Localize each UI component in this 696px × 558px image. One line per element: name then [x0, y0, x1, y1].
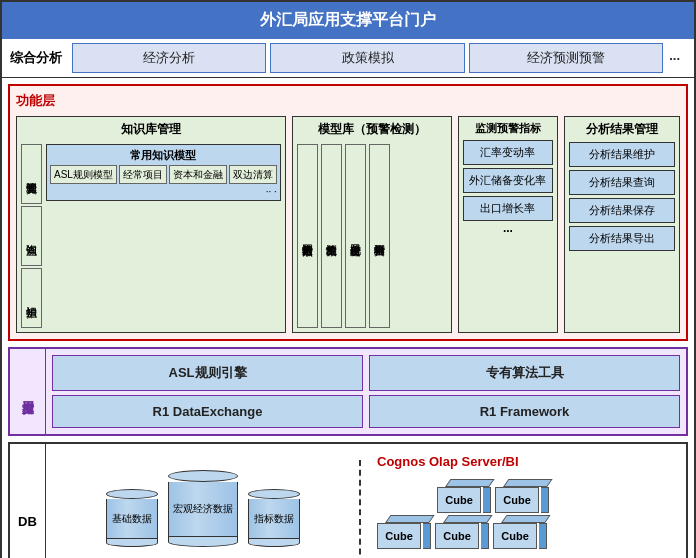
cyl-big-bottom [168, 537, 238, 547]
kb-item-0[interactable]: 知识分类管理 [21, 144, 42, 204]
analysis-item-0[interactable]: 分析结果维护 [569, 142, 675, 167]
analysis-block: 分析结果管理 分析结果维护 分析结果查询 分析结果保存 分析结果导出 [564, 116, 680, 333]
kb-right-item-2[interactable]: 资本和金融 [169, 165, 227, 184]
app-row-2: R1 DataExchange R1 Framework [52, 395, 680, 428]
nav-item-policy[interactable]: 政策模拟 [270, 43, 464, 73]
monitor-item-2[interactable]: 出口增长率 [463, 196, 553, 221]
monitor-dots: ··· [463, 224, 553, 238]
kb-right: 常用知识模型 ASL规则模型 经常项目 资本和金融 双边清算 ·· · [46, 144, 281, 201]
monitor-items: 汇率变动率 外汇储备变化率 出口增长率 ··· [463, 140, 553, 328]
nav-item-economics[interactable]: 经济分析 [72, 43, 266, 73]
db-label-col: DB [10, 444, 46, 558]
kb-item-1[interactable]: 知识查询 [21, 206, 42, 266]
kb-right-title: 常用知识模型 [130, 148, 196, 163]
cube-label2: Cube [495, 487, 539, 513]
analysis-item-2[interactable]: 分析结果保存 [569, 198, 675, 223]
cube-bot-2: Cube [435, 551, 489, 558]
db-label-text: DB [18, 514, 37, 529]
cylinder-1: 基础数据 [106, 489, 158, 547]
header: 外汇局应用支撑平台门户 [2, 2, 694, 39]
cyl1-bottom [106, 539, 158, 547]
kb-title: 知识库管理 [21, 121, 281, 138]
kb-left: 知识分类管理 知识查询 知识维护 [21, 144, 42, 328]
analysis-title: 分析结果管理 [569, 121, 675, 138]
nav-label: 综合分析 [10, 49, 62, 67]
kb-dots: ·· · [266, 186, 277, 197]
model-item-3[interactable]: 增幅聚类分析 [369, 144, 390, 328]
cube-label4: Cube [435, 523, 479, 549]
monitor-item-0[interactable]: 汇率变动率 [463, 140, 553, 165]
cognos-title: Cognos Olap Server/BI [377, 454, 519, 469]
kb-inner: 知识分类管理 知识查询 知识维护 常用知识模型 ASL规则模型 经常项目 资本和… [21, 144, 281, 328]
kb-right-item-0[interactable]: ASL规则模型 [50, 165, 117, 184]
cube-mid-1: Cube [377, 515, 431, 555]
cyl1-body: 基础数据 [106, 499, 158, 539]
cylinder-2: 指标数据 [248, 489, 300, 547]
model-item-2[interactable]: 进出口差变化分析 [345, 144, 366, 328]
db-right: Cognos Olap Server/BI Cube [361, 444, 686, 558]
model-item-0[interactable]: 结售汇特点因素分析 [297, 144, 318, 328]
cube-top-1: Cube [437, 479, 491, 519]
kb-block: 知识库管理 知识分类管理 知识查询 知识维护 常用知识模型 ASL规则模型 经常… [16, 116, 286, 333]
monitor-item-1[interactable]: 外汇储备变化率 [463, 168, 553, 193]
app-label-col: 应用支撑平台 [10, 349, 46, 434]
cylinder-group: 基础数据 宏观经济数据 [106, 470, 300, 547]
app-box-algo[interactable]: 专有算法工具 [369, 355, 680, 391]
cyl-big-label: 宏观经济数据 [173, 502, 233, 515]
cyl-big-top [168, 470, 238, 482]
cyl2-top [248, 489, 300, 499]
header-title: 外汇局应用支撑平台门户 [260, 11, 436, 28]
monitor-title: 监测预警指标 [463, 121, 553, 136]
analysis-item-3[interactable]: 分析结果导出 [569, 226, 675, 251]
db-content: 基础数据 宏观经济数据 [46, 444, 686, 558]
model-item-1[interactable]: 汇率相关性分析 [321, 144, 342, 328]
nav-item-forecast[interactable]: 经济预测预警 [469, 43, 663, 73]
nav-dots[interactable]: ··· [663, 46, 686, 71]
analysis-items: 分析结果维护 分析结果查询 分析结果保存 分析结果导出 [569, 142, 675, 251]
app-section: 应用支撑平台 ASL规则引擎 专有算法工具 R1 DataExchange R1… [8, 347, 688, 436]
cyl-big-body: 宏观经济数据 [168, 482, 238, 537]
app-box-framework[interactable]: R1 Framework [369, 395, 680, 428]
app-box-dataexchange[interactable]: R1 DataExchange [52, 395, 363, 428]
cube-label3: Cube [377, 523, 421, 549]
cube-container: Cube Cube [377, 479, 557, 558]
cyl1-top [106, 489, 158, 499]
cyl2-label: 指标数据 [254, 512, 294, 525]
main-wrapper: 外汇局应用支撑平台门户 综合分析 经济分析 政策模拟 经济预测预警 ··· 功能… [0, 0, 696, 558]
analysis-item-1[interactable]: 分析结果查询 [569, 170, 675, 195]
cube-mid-2: Cube [435, 515, 489, 555]
cube-label: Cube [437, 487, 481, 513]
func-layer: 功能层 知识库管理 知识分类管理 知识查询 知识维护 常用知识模型 [8, 84, 688, 341]
cyl2-bottom [248, 539, 300, 547]
db-section: DB 基础数据 [8, 442, 688, 558]
cyl1-label: 基础数据 [112, 512, 152, 525]
nav-row: 综合分析 经济分析 政策模拟 经济预测预警 ··· [2, 39, 694, 78]
model-title: 模型库（预警检测） [297, 121, 447, 138]
db-left: 基础数据 宏观经济数据 [46, 460, 361, 559]
cube-bot-1: Cube [377, 551, 431, 558]
app-box-asl[interactable]: ASL规则引擎 [52, 355, 363, 391]
cyl2-body: 指标数据 [248, 499, 300, 539]
app-row-1: ASL规则引擎 专有算法工具 [52, 355, 680, 391]
cylinder-big: 宏观经济数据 [168, 470, 238, 547]
nav-items: 经济分析 政策模拟 经济预测预警 [72, 43, 663, 73]
cube-mid-3: Cube [493, 515, 547, 555]
app-content: ASL规则引擎 专有算法工具 R1 DataExchange R1 Framew… [46, 349, 686, 434]
kb-item-2[interactable]: 知识维护 [21, 268, 42, 328]
model-block: 模型库（预警检测） 结售汇特点因素分析 汇率相关性分析 进出口差变化分析 增幅聚… [292, 116, 452, 333]
func-layer-title: 功能层 [16, 92, 680, 110]
kb-right-item-1[interactable]: 经常项目 [119, 165, 167, 184]
monitor-block: 监测预警指标 汇率变动率 外汇储备变化率 出口增长率 ··· [458, 116, 558, 333]
model-items: 结售汇特点因素分析 汇率相关性分析 进出口差变化分析 增幅聚类分析 [297, 144, 447, 328]
cube-top-2: Cube [495, 479, 549, 519]
cube-label5: Cube [493, 523, 537, 549]
func-content: 知识库管理 知识分类管理 知识查询 知识维护 常用知识模型 ASL规则模型 经常… [16, 116, 680, 333]
kb-right-items: ASL规则模型 经常项目 资本和金融 双边清算 [50, 165, 277, 184]
kb-right-item-3[interactable]: 双边清算 [229, 165, 277, 184]
